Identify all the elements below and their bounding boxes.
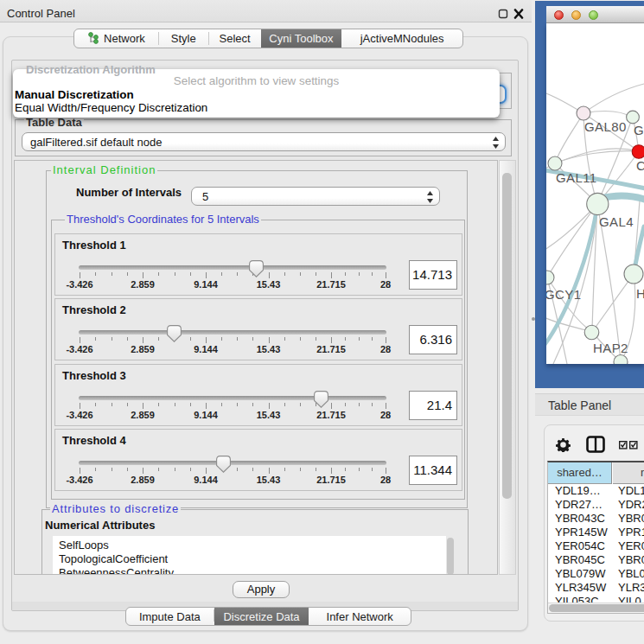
svg-text:GAL11: GAL11 xyxy=(556,170,597,185)
svg-text:GAL4: GAL4 xyxy=(599,214,634,229)
svg-text:HAP2: HAP2 xyxy=(593,341,628,355)
svg-text:GCY1: GCY1 xyxy=(546,287,581,302)
svg-text:GAL80: GAL80 xyxy=(584,119,627,134)
svg-text:H: H xyxy=(636,286,644,301)
svg-text:G…: G… xyxy=(634,123,644,137)
svg-text:C: C xyxy=(636,158,644,173)
